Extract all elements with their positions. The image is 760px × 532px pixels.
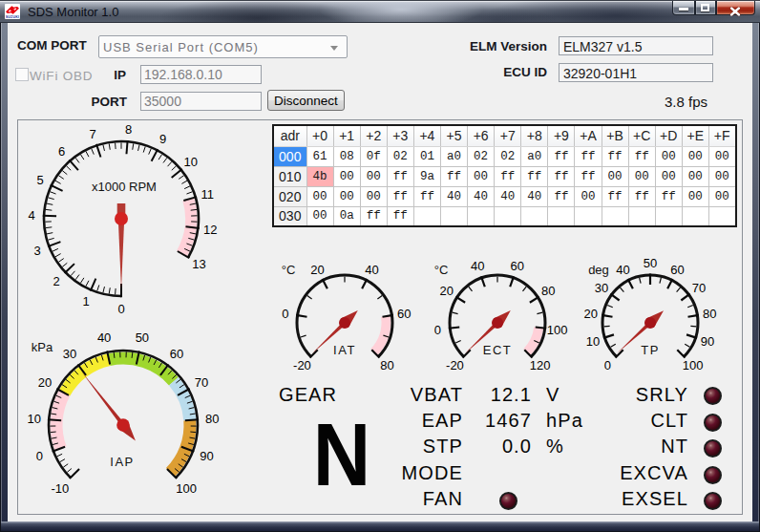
svg-text:40: 40: [616, 263, 629, 277]
svg-text:1: 1: [83, 294, 90, 309]
svg-text:deg: deg: [588, 263, 609, 277]
svg-text:90: 90: [200, 449, 213, 463]
svg-text:0: 0: [117, 302, 124, 316]
svg-text:80: 80: [703, 307, 716, 321]
svg-text:12: 12: [203, 223, 217, 237]
svg-text:60: 60: [170, 347, 183, 361]
svg-text:70: 70: [195, 375, 208, 390]
svg-text:20: 20: [439, 284, 453, 298]
svg-text:60: 60: [511, 259, 524, 273]
svg-text:0: 0: [434, 323, 441, 337]
svg-text:70: 70: [692, 281, 706, 295]
svg-text:7: 7: [90, 127, 96, 141]
svg-text:20: 20: [310, 263, 324, 277]
svg-text:2: 2: [53, 274, 60, 288]
svg-text:5: 5: [36, 173, 43, 187]
svg-text:100: 100: [683, 358, 704, 372]
svg-text:90: 90: [701, 334, 714, 349]
svg-text:50: 50: [644, 256, 657, 270]
svg-text:3: 3: [33, 244, 40, 258]
svg-text:x1000 RPM: x1000 RPM: [92, 180, 157, 194]
svg-text:80: 80: [380, 358, 393, 372]
svg-text:0: 0: [604, 358, 611, 372]
svg-text:20: 20: [584, 307, 598, 321]
svg-text:50: 50: [136, 330, 149, 345]
svg-text:0: 0: [36, 449, 43, 463]
svg-text:40: 40: [97, 330, 111, 345]
svg-text:30: 30: [63, 347, 76, 361]
svg-text:40: 40: [471, 259, 484, 273]
svg-text:-20: -20: [446, 358, 464, 372]
svg-text:IAP: IAP: [110, 455, 134, 469]
svg-text:9: 9: [159, 132, 166, 146]
svg-text:40: 40: [365, 263, 378, 277]
svg-text:30: 30: [595, 281, 608, 295]
svg-text:60: 60: [397, 307, 411, 321]
svg-text:10: 10: [28, 412, 41, 426]
svg-text:120: 120: [530, 358, 551, 372]
svg-text:20: 20: [38, 375, 52, 390]
svg-text:TP: TP: [641, 343, 660, 357]
svg-text:60: 60: [670, 263, 684, 277]
svg-text:11: 11: [201, 187, 215, 202]
svg-text:°C: °C: [282, 263, 296, 277]
svg-text:0: 0: [282, 307, 288, 321]
svg-text:100: 100: [176, 481, 197, 496]
svg-text:10: 10: [586, 334, 600, 349]
svg-text:8: 8: [125, 122, 132, 137]
svg-text:6: 6: [58, 144, 65, 159]
svg-text:13: 13: [192, 257, 205, 271]
svg-text:°C: °C: [434, 263, 449, 277]
svg-text:kPa: kPa: [32, 340, 53, 354]
svg-text:-20: -20: [293, 358, 311, 372]
svg-text:-10: -10: [51, 481, 69, 496]
svg-text:10: 10: [184, 155, 198, 169]
svg-text:ECT: ECT: [483, 343, 513, 357]
svg-text:IAT: IAT: [333, 343, 356, 357]
svg-text:80: 80: [541, 284, 555, 298]
svg-text:100: 100: [547, 323, 568, 337]
svg-text:4: 4: [28, 208, 34, 223]
svg-text:80: 80: [205, 412, 219, 426]
svg-text:SUZUKI: SUZUKI: [6, 15, 20, 19]
